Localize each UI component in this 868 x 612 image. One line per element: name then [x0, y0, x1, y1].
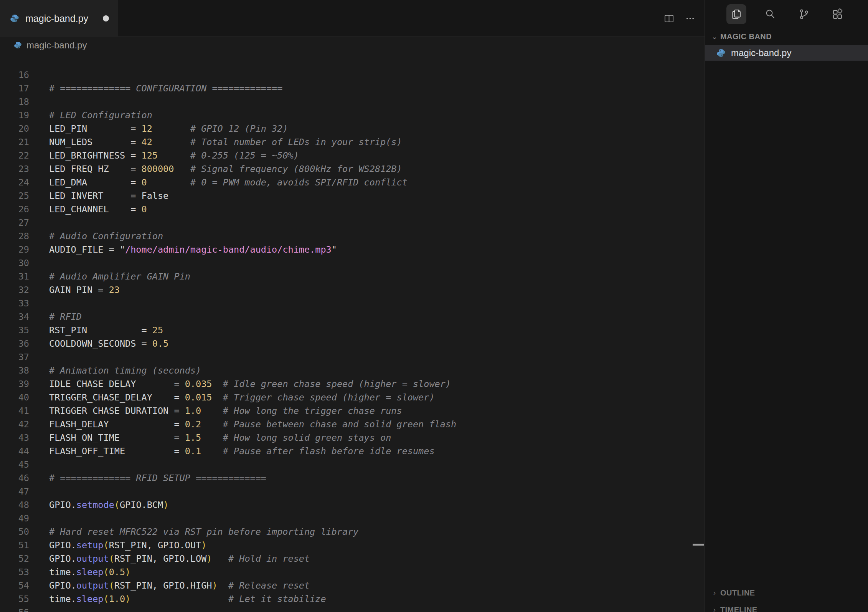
- code-line-47[interactable]: 47: [0, 485, 705, 498]
- split-editor-icon[interactable]: [664, 13, 674, 24]
- code-editor[interactable]: 1617# ============= CONFIGURATION ======…: [0, 53, 705, 612]
- code-line-50[interactable]: 50# Hard reset MFRC522 via RST pin befor…: [0, 525, 705, 539]
- file-row-magic-band[interactable]: magic-band.py: [705, 45, 868, 61]
- line-number: 56: [0, 606, 29, 612]
- line-number: 50: [0, 525, 29, 539]
- code-line-46[interactable]: 46# ============= RFID SETUP ===========…: [0, 471, 705, 485]
- code-line-23[interactable]: 23LED_FREQ_HZ = 800000 # Signal frequenc…: [0, 162, 705, 176]
- code-line-text: LED_PIN = 12 # GPIO 12 (Pin 32): [29, 122, 288, 136]
- code-line-26[interactable]: 26LED_CHANNEL = 0: [0, 203, 705, 216]
- search-icon[interactable]: [760, 4, 780, 24]
- code-line-42[interactable]: 42FLASH_DELAY = 0.2 # Pause between chas…: [0, 418, 705, 431]
- code-line-text: GPIO.output(RST_PIN, GPIO.HIGH) # Releas…: [29, 579, 310, 592]
- line-number: 21: [0, 136, 29, 149]
- line-number: 33: [0, 297, 29, 310]
- code-line-text: [29, 68, 49, 82]
- tab-bar-actions: [664, 0, 695, 37]
- chevron-right-icon: ›: [710, 589, 719, 597]
- code-line-41[interactable]: 41TRIGGER_CHASE_DURATION = 1.0 # How lon…: [0, 404, 705, 418]
- code-line-35[interactable]: 35RST_PIN = 25: [0, 324, 705, 337]
- code-line-text: [29, 606, 49, 612]
- code-line-52[interactable]: 52GPIO.output(RST_PIN, GPIO.LOW) # Hold …: [0, 552, 705, 566]
- code-line-51[interactable]: 51GPIO.setup(RST_PIN, GPIO.OUT): [0, 539, 705, 552]
- more-actions-icon[interactable]: [685, 13, 695, 24]
- code-line-text: # ============= RFID SETUP =============: [29, 471, 266, 485]
- file-label: magic-band.py: [731, 48, 791, 58]
- line-number: 39: [0, 377, 29, 391]
- code-line-36[interactable]: 36COOLDOWN_SECONDS = 0.5: [0, 337, 705, 351]
- line-number: 31: [0, 270, 29, 283]
- code-line-40[interactable]: 40TRIGGER_CHASE_DELAY = 0.015 # Trigger …: [0, 391, 705, 404]
- code-line-32[interactable]: 32GAIN_PIN = 23: [0, 283, 705, 297]
- python-file-icon: [716, 48, 726, 58]
- line-number: 38: [0, 364, 29, 377]
- line-number: 51: [0, 539, 29, 552]
- line-number: 26: [0, 203, 29, 216]
- code-line-20[interactable]: 20LED_PIN = 12 # GPIO 12 (Pin 32): [0, 122, 705, 136]
- timeline-section-header[interactable]: › TIMELINE: [705, 605, 868, 612]
- line-number: 29: [0, 243, 29, 256]
- line-number: 36: [0, 337, 29, 351]
- code-line-text: time.sleep(0.5): [29, 566, 130, 579]
- explorer-icon[interactable]: [726, 4, 746, 24]
- outline-section-header[interactable]: › OUTLINE: [705, 588, 868, 597]
- code-line-28[interactable]: 28# Audio Configuration: [0, 230, 705, 243]
- code-line-text: LED_INVERT = False: [29, 189, 168, 203]
- line-number: 48: [0, 498, 29, 512]
- views-dropdown-chevron-icon[interactable]: [861, 4, 868, 24]
- code-line-33[interactable]: 33: [0, 297, 705, 310]
- line-number: 23: [0, 162, 29, 176]
- code-line-39[interactable]: 39IDLE_CHASE_DELAY = 0.035 # Idle green …: [0, 377, 705, 391]
- tab-magic-band[interactable]: magic-band.py: [0, 0, 118, 37]
- line-number: 47: [0, 485, 29, 498]
- code-line-29[interactable]: 29AUDIO_FILE = "/home/admin/magic-band/a…: [0, 243, 705, 256]
- code-line-21[interactable]: 21NUM_LEDS = 42 # Total number of LEDs i…: [0, 136, 705, 149]
- code-line-text: NUM_LEDS = 42 # Total number of LEDs in …: [29, 136, 402, 149]
- code-line-49[interactable]: 49: [0, 512, 705, 525]
- code-line-text: [29, 256, 49, 270]
- code-line-17[interactable]: 17# ============= CONFIGURATION ========…: [0, 82, 705, 95]
- chevron-right-icon: ›: [710, 605, 719, 612]
- code-line-25[interactable]: 25LED_INVERT = False: [0, 189, 705, 203]
- code-line-37[interactable]: 37: [0, 351, 705, 364]
- code-line-44[interactable]: 44FLASH_OFF_TIME = 0.1 # Pause after fla…: [0, 445, 705, 458]
- code-line-34[interactable]: 34# RFID: [0, 310, 705, 324]
- code-line-54[interactable]: 54GPIO.output(RST_PIN, GPIO.HIGH) # Rele…: [0, 579, 705, 592]
- explorer-section-header[interactable]: ⌄ MAGIC BAND: [705, 32, 868, 41]
- line-number: 20: [0, 122, 29, 136]
- code-line-56[interactable]: 56: [0, 606, 705, 612]
- code-line-text: # Audio Configuration: [29, 230, 163, 243]
- code-line-text: GAIN_PIN = 23: [29, 283, 120, 297]
- code-line-30[interactable]: 30: [0, 256, 705, 270]
- extensions-icon[interactable]: [828, 4, 848, 24]
- breadcrumb[interactable]: magic-band.py: [0, 37, 705, 53]
- line-number: 18: [0, 95, 29, 109]
- code-line-38[interactable]: 38# Animation timing (seconds): [0, 364, 705, 377]
- code-line-55[interactable]: 55time.sleep(1.0) # Let it stabilize: [0, 592, 705, 606]
- code-line-48[interactable]: 48GPIO.setmode(GPIO.BCM): [0, 498, 705, 512]
- code-line-text: IDLE_CHASE_DELAY = 0.035 # Idle green ch…: [29, 377, 451, 391]
- code-line-16[interactable]: 16: [0, 68, 705, 82]
- code-line-24[interactable]: 24LED_DMA = 0 # 0 = PWM mode, avoids SPI…: [0, 176, 705, 189]
- code-line-27[interactable]: 27: [0, 216, 705, 230]
- code-line-22[interactable]: 22LED_BRIGHTNESS = 125 # 0-255 (125 = ~5…: [0, 149, 705, 162]
- line-number: 27: [0, 216, 29, 230]
- line-number: 34: [0, 310, 29, 324]
- code-line-43[interactable]: 43FLASH_ON_TIME = 1.5 # How long solid g…: [0, 431, 705, 445]
- editor-region: magic-band.py magic-band.py 1617# ======…: [0, 0, 705, 612]
- code-line-53[interactable]: 53time.sleep(0.5): [0, 566, 705, 579]
- modified-indicator-dot[interactable]: [103, 15, 109, 22]
- code-line-31[interactable]: 31# Audio Amplifier GAIN Pin: [0, 270, 705, 283]
- code-line-text: # LED Configuration: [29, 109, 152, 122]
- line-number: 32: [0, 283, 29, 297]
- code-line-19[interactable]: 19# LED Configuration: [0, 109, 705, 122]
- code-line-18[interactable]: 18: [0, 95, 705, 109]
- code-line-text: LED_CHANNEL = 0: [29, 203, 147, 216]
- code-line-text: RST_PIN = 25: [29, 324, 163, 337]
- line-number: 22: [0, 149, 29, 162]
- line-number: 42: [0, 418, 29, 431]
- source-control-icon[interactable]: [794, 4, 814, 24]
- line-number: 25: [0, 189, 29, 203]
- code-line-text: # ============= CONFIGURATION ==========…: [29, 82, 282, 95]
- code-line-45[interactable]: 45: [0, 458, 705, 471]
